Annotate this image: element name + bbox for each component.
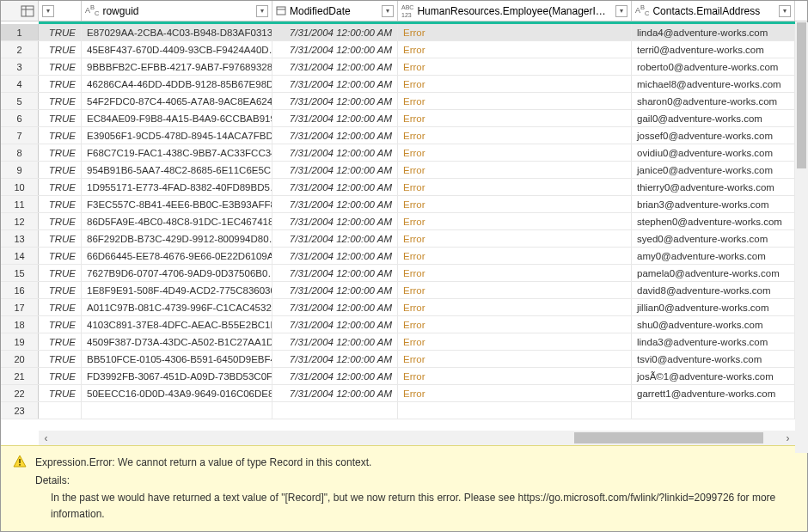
row-number[interactable]: 13 [1,230,39,247]
table-row[interactable]: 20TRUEBB510FCE-0105-4306-B591-6450D9EBF4… [1,351,807,368]
cell-modifieddate[interactable]: 7/31/2004 12:00:00 AM [272,196,398,212]
cell-modifieddate[interactable]: 7/31/2004 12:00:00 AM [272,144,398,161]
cell-email[interactable]: ovidiu0@adventure-works.com [632,144,795,161]
cell-bool[interactable]: TRUE [39,385,82,401]
cell-email[interactable]: roberto0@adventure-works.com [632,58,795,75]
cell-bool[interactable]: TRUE [39,58,82,75]
row-number[interactable]: 23 [1,402,39,419]
cell-email[interactable]: stephen0@adventure-works.com [632,213,795,229]
cell-modifieddate[interactable]: 7/31/2004 12:00:00 AM [272,230,398,247]
cell-error[interactable]: Error [398,162,632,178]
cell-email[interactable]: syed0@adventure-works.com [632,230,795,247]
cell-modifieddate[interactable]: 7/31/2004 12:00:00 AM [272,368,398,384]
row-number[interactable]: 8 [1,144,39,161]
cell-email[interactable]: linda4@adventure-works.com [632,24,795,40]
cell-rowguid[interactable]: 45E8F437-670D-4409-93CB-F9424A40D… [82,41,272,58]
cell-error[interactable]: Error [398,93,632,109]
cell-error[interactable]: Error [398,58,632,75]
cell-modifieddate[interactable]: 7/31/2004 12:00:00 AM [272,24,398,40]
cell-email[interactable]: pamela0@adventure-works.com [632,265,795,281]
table-row[interactable]: 11TRUEF3EC557C-8B41-4EE6-BB0C-E3B93AFF81… [1,196,807,213]
cell-rowguid[interactable]: 954B91B6-5AA7-48C2-8685-6E11C6E5C… [82,162,272,178]
horizontal-scrollbar[interactable]: ‹ › [39,431,795,445]
cell-error[interactable]: Error [398,41,632,58]
cell-modifieddate[interactable]: 7/31/2004 12:00:00 AM [272,110,398,126]
cell-error[interactable]: Error [398,230,632,247]
column-header-modifieddate[interactable]: ModifiedDate ▾ [272,1,398,21]
table-row[interactable]: 23 [1,402,807,419]
cell-rowguid[interactable]: 4103C891-37E8-4DFC-AEAC-B55E2BC1B… [82,316,272,333]
cell-bool[interactable]: TRUE [39,230,82,247]
cell-modifieddate[interactable]: 7/31/2004 12:00:00 AM [272,41,398,58]
cell-rowguid[interactable]: E87029AA-2CBA-4C03-B948-D83AF0313… [82,24,272,40]
cell-rowguid[interactable] [82,402,272,419]
cell-bool[interactable]: TRUE [39,93,82,109]
table-row[interactable]: 19TRUE4509F387-D73A-43DC-A502-B1C27AA1D…… [1,333,807,351]
cell-rowguid[interactable]: EC84AE09-F9B8-4A15-B4A9-6CCBAB919… [82,110,272,126]
cell-rowguid[interactable]: FD3992FB-3067-451D-A09D-73BD53C0F… [82,368,272,384]
cell-modifieddate[interactable]: 7/31/2004 12:00:00 AM [272,316,398,333]
table-row[interactable]: 9TRUE954B91B6-5AA7-48C2-8685-6E11C6E5C…7… [1,162,807,179]
table-row[interactable]: 7TRUEE39056F1-9CD5-478D-8945-14ACA7FBD…7… [1,127,807,144]
cell-rowguid[interactable]: 46286CA4-46DD-4DDB-9128-85B67E98D… [82,76,272,92]
cell-error[interactable] [398,402,632,419]
column-header-rowguid[interactable]: ABC rowguid ▾ [82,1,272,21]
row-number[interactable]: 18 [1,316,39,333]
cell-rowguid[interactable]: BB510FCE-0105-4306-B591-6450D9EBF4… [82,351,272,367]
cell-bool[interactable]: TRUE [39,282,82,298]
cell-modifieddate[interactable]: 7/31/2004 12:00:00 AM [272,93,398,109]
vscroll-thumb[interactable] [797,22,806,168]
cell-modifieddate[interactable]: 7/31/2004 12:00:00 AM [272,162,398,178]
cell-rowguid[interactable]: 9BBBFB2C-EFBB-4217-9AB7-F976893288… [82,58,272,75]
row-number[interactable]: 17 [1,299,39,315]
scroll-left-arrow[interactable]: ‹ [39,432,53,444]
row-number[interactable]: 12 [1,213,39,229]
table-row[interactable]: 13TRUE86F292DB-B73C-429D-9912-800994D80…… [1,230,807,248]
row-number[interactable]: 2 [1,41,39,58]
cell-email[interactable]: jossef0@adventure-works.com [632,127,795,144]
row-number[interactable]: 22 [1,385,39,401]
cell-bool[interactable]: TRUE [39,299,82,315]
cell-error[interactable]: Error [398,368,632,384]
cell-error[interactable]: Error [398,248,632,264]
table-row[interactable]: 1TRUEE87029AA-2CBA-4C03-B948-D83AF0313…7… [1,24,807,41]
cell-email[interactable]: amy0@adventure-works.com [632,248,795,264]
cell-bool[interactable] [39,402,82,419]
cell-bool[interactable]: TRUE [39,144,82,161]
row-number[interactable]: 3 [1,58,39,75]
cell-rowguid[interactable]: 86D5FA9E-4BC0-48C8-91DC-1EC467418… [82,213,272,229]
cell-bool[interactable]: TRUE [39,368,82,384]
filter-button[interactable]: ▾ [779,5,791,17]
cell-modifieddate[interactable] [272,402,398,419]
filter-button[interactable]: ▾ [256,5,268,17]
cell-rowguid[interactable]: 86F292DB-B73C-429D-9912-800994D80… [82,230,272,247]
cell-error[interactable]: Error [398,299,632,315]
hscroll-thumb[interactable] [574,432,763,443]
row-number[interactable]: 15 [1,265,39,281]
column-header-manager-title[interactable]: ABC123 HumanResources.Employee(ManagerID… [398,1,632,21]
row-number[interactable]: 21 [1,368,39,384]
cell-email[interactable]: gail0@adventure-works.com [632,110,795,126]
cell-error[interactable]: Error [398,213,632,229]
cell-modifieddate[interactable]: 7/31/2004 12:00:00 AM [272,282,398,298]
cell-bool[interactable]: TRUE [39,179,82,195]
row-number[interactable]: 4 [1,76,39,92]
column-header-blank[interactable]: ▾ [39,1,82,21]
cell-bool[interactable]: TRUE [39,76,82,92]
cell-rowguid[interactable]: F3EC557C-8B41-4EE6-BB0C-E3B93AFF81… [82,196,272,212]
table-row[interactable]: 18TRUE4103C891-37E8-4DFC-AEAC-B55E2BC1B…… [1,316,807,333]
cell-email[interactable]: janice0@adventure-works.com [632,162,795,178]
cell-email[interactable]: jillian0@adventure-works.com [632,299,795,315]
row-header-corner[interactable] [1,1,39,21]
cell-modifieddate[interactable]: 7/31/2004 12:00:00 AM [272,179,398,195]
cell-bool[interactable]: TRUE [39,110,82,126]
cell-error[interactable]: Error [398,144,632,161]
cell-error[interactable]: Error [398,127,632,144]
row-number[interactable]: 1 [1,24,39,40]
cell-rowguid[interactable]: 66D66445-EE78-4676-9E66-0E22D6109A… [82,248,272,264]
cell-modifieddate[interactable]: 7/31/2004 12:00:00 AM [272,248,398,264]
row-number[interactable]: 10 [1,179,39,195]
cell-rowguid[interactable]: 50EECC16-0D0D-43A9-9649-016C06DE8… [82,385,272,401]
cell-bool[interactable]: TRUE [39,41,82,58]
cell-error[interactable]: Error [398,265,632,281]
